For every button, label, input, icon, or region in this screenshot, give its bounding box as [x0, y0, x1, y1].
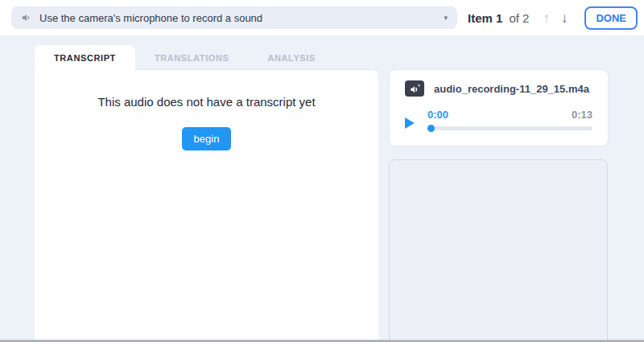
screen: Use the camera's microphone to record a …	[0, 0, 644, 342]
transcript-panel: This audio does not have a transcript ye…	[35, 70, 378, 342]
audio-timeline: 0:00 0:13	[427, 109, 592, 130]
prompt-select[interactable]: Use the camera's microphone to record a …	[11, 6, 457, 29]
begin-button[interactable]: begin	[182, 127, 232, 150]
play-icon	[405, 117, 415, 129]
play-button[interactable]	[405, 117, 415, 130]
total-duration: 0:13	[572, 109, 592, 121]
audio-filename: audio_recording-11_29_15.m4a	[434, 83, 589, 95]
next-item-button[interactable]: ↓	[557, 8, 572, 28]
audio-file-row: audio_recording-11_29_15.m4a	[405, 80, 592, 97]
item-number-label: Item 1	[468, 11, 502, 25]
side-panel	[389, 159, 608, 342]
seek-handle[interactable]	[427, 125, 435, 132]
prompt-select-value: Use the camera's microphone to record a …	[39, 12, 437, 24]
tab-transcript[interactable]: TRANSCRIPT	[35, 45, 135, 70]
empty-transcript-message: This audio does not have a transcript ye…	[35, 95, 378, 109]
chevron-down-icon: ▾	[444, 14, 448, 22]
current-time: 0:00	[427, 109, 448, 121]
tab-analysis[interactable]: ANALYSIS	[248, 45, 334, 70]
item-nav: Item 1 of 2 ↑ ↓ DONE	[468, 6, 638, 30]
speaker-icon	[21, 12, 32, 23]
tab-bar: TRANSCRIPT TRANSLATIONS ANALYSIS	[35, 45, 378, 70]
prev-item-button[interactable]: ↑	[539, 8, 554, 28]
item-total-label: of 2	[509, 11, 529, 25]
tab-translations[interactable]: TRANSLATIONS	[135, 45, 249, 70]
audio-player: 0:00 0:13	[405, 109, 592, 130]
topbar: Use the camera's microphone to record a …	[0, 0, 644, 35]
done-button[interactable]: DONE	[584, 6, 638, 30]
audio-file-icon	[405, 80, 424, 97]
seek-bar[interactable]	[427, 126, 592, 130]
audio-card: audio_recording-11_29_15.m4a 0:00 0:13	[389, 69, 609, 146]
